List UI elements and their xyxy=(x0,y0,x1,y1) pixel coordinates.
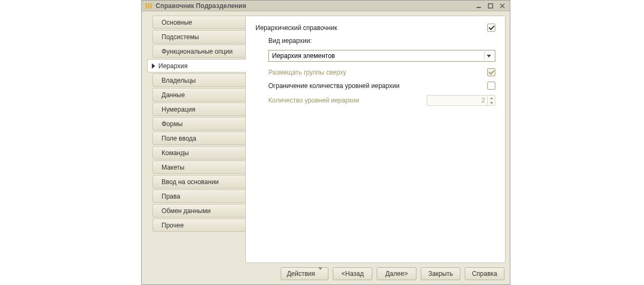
content-panel: Иерархический справочник Вид иерархии: И… xyxy=(245,16,506,263)
sidebar-item-label: Основные xyxy=(162,19,192,26)
spinner[interactable] xyxy=(487,96,495,105)
spinner-down-icon[interactable] xyxy=(488,100,495,105)
svg-rect-1 xyxy=(148,3,150,9)
limit-levels-checkbox[interactable] xyxy=(487,82,495,90)
sidebar-item-subsystems[interactable]: Подсистемы xyxy=(152,30,246,43)
groups-top-label: Размещать группы сверху xyxy=(268,69,487,76)
actions-button[interactable]: Действия xyxy=(281,267,328,280)
sidebar-item-layouts[interactable]: Макеты xyxy=(152,160,246,174)
button-label: Закрыть xyxy=(428,270,453,277)
sidebar-item-label: Поле ввода xyxy=(162,135,196,142)
sidebar-item-input-based[interactable]: Ввод на основании xyxy=(152,175,246,188)
footer: Действия <Назад Далее> Закрыть Справка xyxy=(142,263,510,284)
levels-count-field[interactable]: 2 xyxy=(427,95,495,106)
sidebar-item-label: Подсистемы xyxy=(162,33,199,41)
window-title: Справочник Подразделения xyxy=(156,2,246,10)
titlebar: Справочник Подразделения xyxy=(142,1,510,11)
sidebar-item-label: Прочее xyxy=(162,222,184,229)
sidebar-item-label: Ввод на основании xyxy=(162,178,219,186)
button-label: Справка xyxy=(472,270,497,277)
sidebar-item-numbering[interactable]: Нумерация xyxy=(152,103,246,116)
hierarchical-checkbox[interactable] xyxy=(487,24,495,32)
back-button[interactable]: <Назад xyxy=(333,267,372,280)
close-dialog-button[interactable]: Закрыть xyxy=(421,267,460,280)
button-label: <Назад xyxy=(341,270,363,277)
minimize-button[interactable] xyxy=(474,2,483,10)
sidebar-item-hierarchy[interactable]: Иерархия xyxy=(147,59,246,72)
close-button[interactable] xyxy=(498,2,507,10)
sidebar-item-input-field[interactable]: Поле ввода xyxy=(152,131,246,145)
hierarchy-type-value: Иерархия элементов xyxy=(272,52,484,60)
sidebar-item-label: Обмен данными xyxy=(162,207,210,215)
sidebar-item-label: Команды xyxy=(162,149,189,157)
chevron-down-icon xyxy=(317,270,323,277)
sidebar-item-label: Права xyxy=(162,193,180,200)
sidebar-item-functional-options[interactable]: Функциональные опции xyxy=(152,45,246,58)
levels-count-label: Количество уровней иерархии xyxy=(268,97,427,104)
spinner-up-icon[interactable] xyxy=(488,96,495,100)
chevron-down-icon xyxy=(484,51,493,61)
sidebar-item-data-exchange[interactable]: Обмен данными xyxy=(152,204,246,217)
button-label: Далее> xyxy=(385,270,408,277)
maximize-button[interactable] xyxy=(486,2,495,10)
hierarchical-label: Иерархический справочник xyxy=(255,24,487,32)
hierarchy-type-label: Вид иерархии: xyxy=(268,37,495,45)
limit-levels-label: Ограничение количества уровней иерархии xyxy=(268,82,487,90)
sidebar-item-label: Владельцы xyxy=(162,77,196,84)
sidebar-item-label: Макеты xyxy=(162,164,185,171)
sidebar-item-label: Иерархия xyxy=(158,62,187,70)
sidebar-item-rights[interactable]: Права xyxy=(152,189,246,203)
sidebar-item-owners[interactable]: Владельцы xyxy=(152,74,246,87)
next-button[interactable]: Далее> xyxy=(377,267,416,280)
hierarchy-type-select[interactable]: Иерархия элементов xyxy=(268,50,495,62)
sidebar-item-label: Функциональные опции xyxy=(162,48,233,55)
active-marker-icon xyxy=(152,63,155,69)
groups-top-checkbox xyxy=(487,68,495,76)
sidebar-item-other[interactable]: Прочее xyxy=(152,218,246,232)
svg-rect-4 xyxy=(488,4,493,8)
sidebar-item-forms[interactable]: Формы xyxy=(152,117,246,130)
sidebar-item-main[interactable]: Основные xyxy=(152,16,246,29)
sidebar-item-commands[interactable]: Команды xyxy=(152,146,246,159)
help-button[interactable]: Справка xyxy=(465,267,504,280)
sidebar-item-data[interactable]: Данные xyxy=(152,88,246,101)
svg-rect-2 xyxy=(150,3,152,9)
svg-rect-0 xyxy=(145,3,147,9)
dialog-window: Справочник Подразделения Основные Подсис… xyxy=(141,0,510,285)
levels-count-value: 2 xyxy=(427,97,487,104)
button-label: Действия xyxy=(287,270,315,277)
sidebar-item-label: Нумерация xyxy=(162,106,195,113)
sidebar-item-label: Данные xyxy=(162,91,185,99)
sidebar-item-label: Формы xyxy=(162,120,182,128)
app-icon xyxy=(145,2,152,10)
sidebar: Основные Подсистемы Функциональные опции… xyxy=(147,16,246,263)
